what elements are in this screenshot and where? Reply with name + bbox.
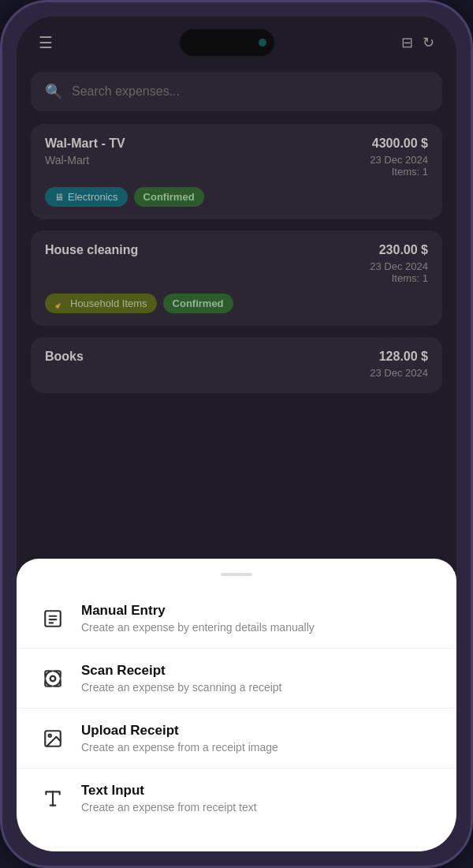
bottom-sheet: Manual Entry Create an expense by enteri… [17,559,456,851]
camera-dot [259,39,266,47]
expense-amount: 128.00 $ [379,350,428,364]
upload-receipt-text: Upload Receipt Create an expense from a … [81,723,434,754]
expense-date: 23 Dec 2024 [370,367,428,379]
expense-merchant: Wal-Mart [45,154,89,178]
tag-household-label: Household Items [70,297,147,309]
scan-receipt-title: Scan Receipt [81,663,434,679]
expense-card-house-cleaning[interactable]: House cleaning 230.00 $ 23 Dec 2024 Item… [31,230,442,326]
expense-amount: 230.00 $ [379,243,428,257]
card-header: Books 128.00 $ [45,350,428,364]
scan-receipt-desc: Create an expense by scanning a receipt [81,681,434,694]
tag-confirmed[interactable]: Confirmed [134,187,204,207]
text-input-icon [39,784,67,813]
sheet-item-manual-entry[interactable]: Manual Entry Create an expense by enteri… [17,589,456,649]
expense-title: Books [45,350,84,364]
sheet-item-scan-receipt[interactable]: Scan Receipt Create an expense by scanni… [17,649,456,709]
expense-amount: 4300.00 $ [372,137,428,151]
expense-title: House cleaning [45,243,138,257]
expense-items: Items: 1 [370,272,428,284]
main-content: 🔍 Search expenses... Wal-Mart - TV 4300.… [17,64,456,393]
manual-entry-icon [39,604,67,633]
expense-date: 23 Dec 2024 [370,260,428,272]
household-icon: 🧹 [54,298,66,309]
sheet-handle [221,573,252,576]
manual-entry-title: Manual Entry [81,603,434,619]
tag-electronics-label: Electronics [68,191,118,203]
svg-point-6 [50,676,56,682]
expense-date: 23 Dec 2024 [370,154,428,166]
card-sub: 23 Dec 2024 Items: 1 [45,260,428,284]
text-input-title: Text Input [81,783,434,799]
tag-confirmed-label: Confirmed [143,191,195,203]
refresh-icon[interactable]: ↻ [423,34,434,51]
manual-entry-text: Manual Entry Create an expense by enteri… [81,603,434,634]
expense-title: Wal-Mart - TV [45,137,125,151]
status-icons: ⊟ ↻ [401,34,434,51]
tag-electronics[interactable]: 🖥 Electronics [45,187,128,207]
scan-receipt-icon [39,664,67,693]
card-header: Wal-Mart - TV 4300.00 $ [45,137,428,151]
sheet-item-upload-receipt[interactable]: Upload Receipt Create an expense from a … [17,709,456,769]
card-tags: 🖥 Electronics Confirmed [45,187,428,207]
manual-entry-desc: Create an expense by entering details ma… [81,621,434,634]
text-input-desc: Create an expense from receipt text [81,801,434,814]
search-icon: 🔍 [45,83,62,100]
tag-confirmed-label: Confirmed [173,297,224,309]
status-bar: ☰ ⊟ ↻ [17,17,456,64]
card-sub: Wal-Mart 23 Dec 2024 Items: 1 [45,154,428,178]
tag-household[interactable]: 🧹 Household Items [45,294,157,313]
search-bar[interactable]: 🔍 Search expenses... [31,72,442,111]
tag-confirmed[interactable]: Confirmed [163,294,233,313]
text-input-text: Text Input Create an expense from receip… [81,783,434,814]
menu-icon[interactable]: ☰ [39,33,53,52]
dynamic-island [180,29,274,56]
card-sub: 23 Dec 2024 [45,367,428,379]
upload-receipt-title: Upload Receipt [81,723,434,739]
expense-items: Items: 1 [370,166,428,178]
filter-icon[interactable]: ⊟ [401,34,413,51]
screen: ☰ ⊟ ↻ 🔍 Search expenses... Wal-Mart - TV… [17,17,456,851]
svg-point-8 [49,735,51,737]
upload-receipt-desc: Create an expense from a receipt image [81,741,434,754]
expense-card-walmart-tv[interactable]: Wal-Mart - TV 4300.00 $ Wal-Mart 23 Dec … [31,124,442,219]
phone-frame: ☰ ⊟ ↻ 🔍 Search expenses... Wal-Mart - TV… [0,0,473,868]
card-tags: 🧹 Household Items Confirmed [45,294,428,313]
sheet-item-text-input[interactable]: Text Input Create an expense from receip… [17,769,456,828]
card-header: House cleaning 230.00 $ [45,243,428,257]
scan-receipt-text: Scan Receipt Create an expense by scanni… [81,663,434,694]
expense-card-books[interactable]: Books 128.00 $ 23 Dec 2024 [31,337,442,393]
search-placeholder: Search expenses... [72,84,180,99]
upload-receipt-icon [39,724,67,753]
electronics-icon: 🖥 [54,192,64,203]
